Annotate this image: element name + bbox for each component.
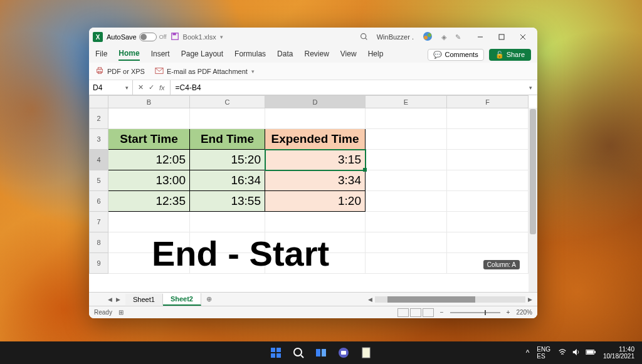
expand-formula-icon[interactable]: ▾ <box>524 85 537 91</box>
horizontal-scrollbar[interactable] <box>375 296 525 303</box>
search-icon[interactable] <box>360 33 368 42</box>
tab-file[interactable]: File <box>95 49 107 60</box>
cell[interactable]: 3:34 <box>265 170 366 191</box>
diamond-icon[interactable]: ◈ <box>441 33 446 41</box>
svg-rect-24 <box>341 351 346 355</box>
cell[interactable]: 16:34 <box>190 170 265 191</box>
svg-rect-12 <box>98 67 101 69</box>
row-header[interactable]: 3 <box>90 129 108 150</box>
chat-button[interactable] <box>334 343 353 362</box>
taskbar: ^ ENG ES 11:40 10/18/2021 <box>0 341 642 364</box>
search-button[interactable] <box>289 343 308 362</box>
add-sheet-button[interactable]: ⊕ <box>201 295 217 303</box>
ribbon-tabs: File Home Insert Page Layout Formulas Da… <box>89 46 537 63</box>
zoom-in-button[interactable]: + <box>507 309 510 316</box>
spreadsheet-grid[interactable]: B C D E F 2 3 Start Time End Time Expend… <box>89 95 537 292</box>
svg-line-3 <box>366 38 367 39</box>
row-header[interactable]: 7 <box>90 212 108 232</box>
status-bar: Ready ⊞ − + 220% <box>89 306 537 318</box>
tab-review[interactable]: Review <box>304 49 329 60</box>
tab-view[interactable]: View <box>340 49 357 60</box>
tab-data[interactable]: Data <box>277 49 293 60</box>
tab-page-layout[interactable]: Page Layout <box>181 49 223 60</box>
page-break-view-button[interactable] <box>423 308 434 317</box>
formula-input[interactable]: =C4-B4 <box>171 83 524 92</box>
start-button[interactable] <box>266 343 285 362</box>
hscroll-left-icon[interactable]: ◀ <box>368 296 372 303</box>
fx-icon[interactable]: fx <box>159 84 165 91</box>
printer-icon <box>95 66 104 76</box>
account-name[interactable]: WinBuzzer . <box>377 33 414 41</box>
cell[interactable]: 15:20 <box>190 150 265 170</box>
cell[interactable]: 12:05 <box>108 150 190 170</box>
mail-icon <box>155 66 164 76</box>
battery-icon[interactable] <box>586 349 596 356</box>
language-switcher[interactable]: ENG ES <box>537 346 550 360</box>
row-header[interactable]: 9 <box>90 253 108 274</box>
maximize-button[interactable] <box>491 29 512 44</box>
col-header-c[interactable]: C <box>190 96 265 108</box>
sheet-tab[interactable]: Sheet1 <box>125 294 163 305</box>
row-header[interactable]: 6 <box>90 191 108 212</box>
autosave-toggle[interactable]: AutoSave Off <box>107 33 167 41</box>
comments-button[interactable]: 💬 Comments <box>428 49 483 61</box>
toggle-icon[interactable] <box>139 33 157 41</box>
normal-view-button[interactable] <box>397 308 409 317</box>
chevron-down-icon[interactable]: ▾ <box>125 85 129 91</box>
svg-rect-1 <box>172 33 176 36</box>
svg-point-19 <box>294 348 302 356</box>
col-header-d[interactable]: D <box>265 96 366 108</box>
wifi-icon[interactable] <box>558 348 567 358</box>
page-layout-view-button[interactable] <box>410 308 421 317</box>
zoom-level[interactable]: 220% <box>516 309 532 316</box>
tab-formulas[interactable]: Formulas <box>234 49 266 60</box>
sheet-tab-active[interactable]: Sheet2 <box>163 293 201 306</box>
col-header-f[interactable]: F <box>447 96 529 108</box>
sheet-nav-left-icon[interactable]: ◀ <box>108 296 112 303</box>
tray-expand-icon[interactable]: ^ <box>526 348 530 357</box>
tab-insert[interactable]: Insert <box>151 49 170 60</box>
tab-home[interactable]: Home <box>118 49 139 61</box>
col-header-e[interactable]: E <box>366 96 447 108</box>
share-button[interactable]: 🔓 Share <box>489 49 531 61</box>
cell[interactable]: 13:00 <box>108 170 190 191</box>
volume-icon[interactable] <box>572 348 581 358</box>
row-header[interactable]: 5 <box>90 170 108 191</box>
sheet-nav-right-icon[interactable]: ▶ <box>116 296 120 303</box>
accept-formula-icon[interactable]: ✓ <box>149 83 154 91</box>
svg-rect-22 <box>322 349 326 356</box>
close-button[interactable] <box>512 29 534 44</box>
task-view-button[interactable] <box>312 343 330 362</box>
cell[interactable]: 13:55 <box>190 191 265 212</box>
zoom-out-button[interactable]: − <box>440 309 444 316</box>
minimize-button[interactable] <box>470 29 491 44</box>
cancel-formula-icon[interactable]: ✕ <box>138 83 144 91</box>
header-expended[interactable]: Expended Time <box>265 129 366 150</box>
row-header[interactable]: 8 <box>90 232 108 253</box>
accessibility-icon[interactable]: ⊞ <box>118 309 124 316</box>
hscroll-right-icon[interactable]: ▶ <box>528 296 532 303</box>
pencil-icon[interactable]: ✎ <box>455 33 461 41</box>
zoom-slider[interactable] <box>450 312 500 313</box>
svg-rect-21 <box>316 349 320 356</box>
col-header-b[interactable]: B <box>108 96 190 108</box>
explorer-button[interactable] <box>357 343 376 362</box>
clock[interactable]: 11:40 10/18/2021 <box>603 346 634 360</box>
email-pdf-button[interactable]: E-mail as PDF Attachment <box>155 66 248 76</box>
header-start[interactable]: Start Time <box>108 129 190 150</box>
row-header[interactable]: 2 <box>90 108 108 129</box>
excel-window: X AutoSave Off Book1.xlsx ▾ WinBuzzer . <box>89 28 537 318</box>
pdf-button[interactable]: PDF or XPS <box>95 66 145 76</box>
header-end[interactable]: End Time <box>190 129 265 150</box>
cell[interactable]: 12:35 <box>108 191 190 212</box>
cell[interactable]: 1:20 <box>265 191 366 212</box>
cell-selected[interactable]: 3:15 <box>265 150 366 170</box>
tab-help[interactable]: Help <box>368 49 384 60</box>
svg-point-6 <box>428 33 431 37</box>
vertical-scrollbar[interactable] <box>529 108 537 292</box>
save-icon[interactable] <box>171 32 179 42</box>
select-all-corner[interactable] <box>90 96 108 108</box>
name-box[interactable]: D4 ▾ <box>89 80 133 95</box>
account-avatar-icon[interactable] <box>423 31 433 43</box>
row-header[interactable]: 4 <box>90 150 108 170</box>
